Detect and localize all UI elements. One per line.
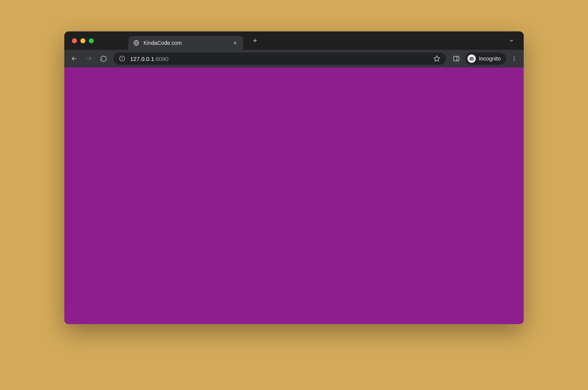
incognito-icon — [467, 54, 476, 63]
reload-button[interactable] — [97, 52, 109, 65]
tabs-dropdown-button[interactable] — [506, 35, 517, 46]
page-viewport — [64, 67, 524, 324]
bookmark-button[interactable] — [433, 55, 441, 62]
window-maximize-button[interactable] — [89, 38, 94, 43]
forward-button[interactable] — [83, 52, 95, 65]
svg-point-7 — [514, 56, 514, 57]
window-controls — [72, 38, 94, 43]
toolbar: 127.0.0.1:8080 — [64, 50, 524, 67]
incognito-badge[interactable]: Incognito — [465, 52, 506, 65]
svg-point-2 — [122, 57, 122, 58]
svg-point-9 — [514, 60, 514, 61]
globe-icon — [133, 39, 140, 46]
side-panel-button[interactable] — [450, 52, 463, 65]
tab-title: KindaCode.com — [144, 40, 228, 46]
window-minimize-button[interactable] — [80, 38, 85, 43]
new-tab-button[interactable] — [249, 35, 261, 46]
close-tab-button[interactable] — [232, 39, 238, 46]
address-bar[interactable]: 127.0.0.1:8080 — [113, 52, 446, 65]
tab-strip: KindaCode.com — [64, 31, 524, 50]
url-text: 127.0.0.1:8080 — [130, 56, 428, 62]
back-button[interactable] — [68, 52, 80, 65]
svg-point-8 — [514, 58, 514, 59]
window-close-button[interactable] — [72, 38, 77, 43]
svg-point-5 — [470, 59, 472, 60]
url-host: 127.0.0.1 — [130, 56, 154, 62]
info-icon[interactable] — [119, 55, 126, 62]
svg-rect-4 — [454, 56, 459, 61]
svg-marker-3 — [434, 56, 440, 61]
browser-tab[interactable]: KindaCode.com — [128, 36, 243, 50]
url-port: :8080 — [154, 56, 169, 62]
incognito-label: Incognito — [479, 56, 501, 62]
svg-point-6 — [472, 59, 474, 60]
browser-window: KindaCode.com — [64, 31, 524, 324]
browser-menu-button[interactable] — [508, 53, 520, 64]
